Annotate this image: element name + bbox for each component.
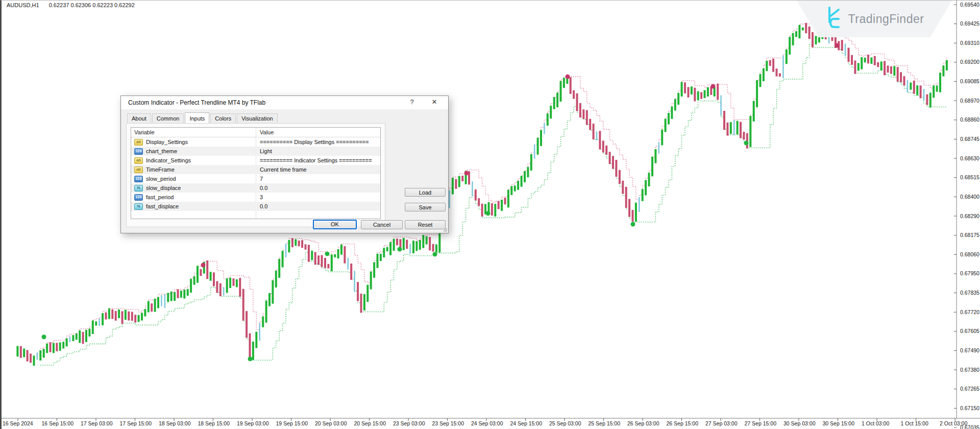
svg-text:30 Sep 03:00: 30 Sep 03:00 (783, 420, 816, 426)
svg-text:25 Sep 03:00: 25 Sep 03:00 (549, 420, 581, 426)
dialog-titlebar[interactable]: Custom Indicator - Perfect Trendline MT4… (121, 96, 448, 109)
parameter-value[interactable]: ========== Indicator Settings ========== (256, 156, 380, 165)
svg-text:0.68970: 0.68970 (960, 98, 979, 104)
ab-type-icon: ab (134, 139, 143, 146)
mt4-chart-window: 0.695400.694250.693100.692000.690850.689… (0, 0, 980, 429)
svg-text:23 Sep 15:00: 23 Sep 15:00 (432, 420, 464, 426)
tradingfinder-watermark: TradingFinder (797, 1, 952, 37)
parameters-table: Variable Value abDisplay_Settings=======… (131, 127, 381, 219)
parameter-row-slow_displace[interactable]: ½slow_displace0.0 (131, 183, 380, 193)
price-axis[interactable]: 0.695400.694250.693100.692000.690850.689… (954, 2, 979, 429)
parameter-row-Indicator_Settings[interactable]: abIndicator_Settings========== Indicator… (131, 156, 380, 165)
svg-text:0.68175: 0.68175 (960, 232, 979, 238)
table-header-row: Variable Value (131, 128, 380, 137)
tradingfinder-brand-text: TradingFinder (848, 12, 924, 26)
svg-text:0.69540: 0.69540 (960, 2, 979, 8)
svg-text:23 Sep 03:00: 23 Sep 03:00 (393, 420, 425, 426)
svg-text:27 Sep 03:00: 27 Sep 03:00 (705, 420, 738, 426)
parameter-name: chart_theme (146, 147, 177, 156)
time-axis[interactable]: 16 Sep 202416 Sep 15:0017 Sep 03:0017 Se… (3, 418, 967, 426)
help-button[interactable]: ? (405, 98, 419, 107)
symbol-ohlc-readout: AUDUSD,H1 0.62237 0.62306 0.62223 0.6229… (7, 2, 135, 8)
123-type-icon: 123 (134, 176, 143, 182)
tab-colors[interactable]: Colors (210, 113, 236, 123)
reset-button[interactable]: Reset (405, 220, 446, 229)
dialog-tab-strip: AboutCommonInputsColorsVisualization (127, 113, 279, 123)
parameter-name: Display_Settings (146, 137, 188, 147)
svg-text:20 Sep 15:00: 20 Sep 15:00 (354, 420, 386, 426)
ab-type-icon: ab (134, 157, 143, 164)
svg-text:0.69425: 0.69425 (960, 20, 979, 27)
123-type-icon: 123 (134, 194, 143, 201)
half-type-icon: ½ (134, 185, 143, 192)
parameter-row-TimeFrame[interactable]: abTimeFrameCurrent time frame (131, 165, 380, 174)
parameter-value[interactable]: Current time frame (256, 165, 380, 174)
svg-text:0.67950: 0.67950 (960, 270, 979, 276)
svg-text:27 Sep 15:00: 27 Sep 15:00 (745, 420, 777, 426)
parameter-name: TimeFrame (146, 165, 175, 174)
svg-text:1 Oct 03:00: 1 Oct 03:00 (862, 420, 889, 426)
resize-grip[interactable] (444, 228, 447, 232)
svg-text:0.68630: 0.68630 (960, 155, 979, 161)
inputs-tab-page: Variable Value abDisplay_Settings=======… (126, 123, 385, 227)
svg-text:0.68745: 0.68745 (960, 136, 979, 142)
svg-text:18 Sep 15:00: 18 Sep 15:00 (198, 420, 230, 426)
svg-text:0.68515: 0.68515 (960, 174, 979, 180)
close-icon[interactable]: ✕ (428, 98, 441, 107)
svg-text:16 Sep 15:00: 16 Sep 15:00 (42, 420, 74, 426)
svg-text:0.67490: 0.67490 (960, 347, 979, 353)
svg-text:0.67380: 0.67380 (960, 367, 979, 373)
svg-text:0.67605: 0.67605 (960, 328, 979, 334)
value-column-header: Value (256, 128, 380, 137)
svg-text:24 Sep 03:00: 24 Sep 03:00 (471, 420, 503, 426)
svg-text:18 Sep 03:00: 18 Sep 03:00 (159, 420, 191, 426)
parameter-row-fast_displace[interactable]: ½fast_displace0.0 (131, 202, 380, 211)
dialog-title: Custom Indicator - Perfect Trendline MT4… (128, 99, 265, 106)
tab-inputs[interactable]: Inputs (185, 112, 209, 123)
parameter-name: Indicator_Settings (146, 156, 191, 165)
svg-text:19 Sep 03:00: 19 Sep 03:00 (237, 420, 269, 426)
svg-text:1 Oct 15:00: 1 Oct 15:00 (901, 420, 928, 426)
parameter-row-slow_period[interactable]: 123slow_period7 (131, 174, 380, 183)
svg-text:20 Sep 03:00: 20 Sep 03:00 (315, 420, 347, 426)
svg-text:24 Sep 15:00: 24 Sep 15:00 (510, 420, 543, 426)
svg-text:0.69085: 0.69085 (960, 78, 979, 84)
symbol-label: AUDUSD,H1 (7, 2, 39, 8)
svg-text:25 Sep 15:00: 25 Sep 15:00 (589, 420, 621, 426)
svg-text:17 Sep 03:00: 17 Sep 03:00 (81, 420, 113, 426)
parameter-value[interactable]: 0.0 (256, 202, 380, 211)
parameter-value[interactable]: 7 (256, 174, 380, 183)
svg-text:0.69200: 0.69200 (960, 59, 979, 65)
svg-text:0.67720: 0.67720 (960, 309, 979, 315)
parameter-name: slow_period (146, 174, 176, 183)
tab-common[interactable]: Common (152, 113, 184, 123)
parameter-name: fast_period (146, 193, 174, 202)
parameter-row-fast_period[interactable]: 123fast_period3 (131, 193, 380, 202)
load-button[interactable]: Load (405, 188, 446, 197)
svg-text:0.68860: 0.68860 (960, 116, 979, 123)
ok-button[interactable]: OK (313, 220, 357, 229)
ab-type-icon: ab (134, 166, 143, 173)
svg-text:16 Sep 2024: 16 Sep 2024 (3, 420, 33, 426)
svg-text:0.68060: 0.68060 (960, 251, 979, 257)
parameter-name: fast_displace (146, 202, 179, 211)
parameter-value[interactable]: 3 (256, 193, 380, 202)
parameter-row-chart_theme[interactable]: 123chart_themeLight (131, 147, 380, 156)
tradingfinder-logo-icon (825, 6, 842, 32)
svg-text:0.68290: 0.68290 (960, 213, 979, 219)
save-button[interactable]: Save (405, 203, 446, 211)
parameter-name: slow_displace (146, 183, 181, 193)
svg-text:2 Oct 03:00: 2 Oct 03:00 (940, 420, 967, 426)
svg-text:17 Sep 15:00: 17 Sep 15:00 (120, 420, 152, 426)
cancel-button[interactable]: Cancel (361, 220, 403, 229)
tab-visualization[interactable]: Visualization (237, 113, 278, 123)
tab-about[interactable]: About (127, 113, 151, 123)
svg-text:0.67150: 0.67150 (960, 405, 979, 411)
indicator-properties-dialog: Custom Indicator - Perfect Trendline MT4… (120, 96, 449, 233)
parameter-value[interactable]: Light (256, 147, 380, 156)
svg-text:0.68400: 0.68400 (960, 194, 979, 200)
parameter-row-Display_Settings[interactable]: abDisplay_Settings========== Display Set… (131, 137, 380, 147)
parameter-value[interactable]: 0.0 (256, 183, 380, 193)
parameter-value[interactable]: ========== Display Settings ========== (256, 137, 380, 147)
half-type-icon: ½ (134, 203, 143, 210)
